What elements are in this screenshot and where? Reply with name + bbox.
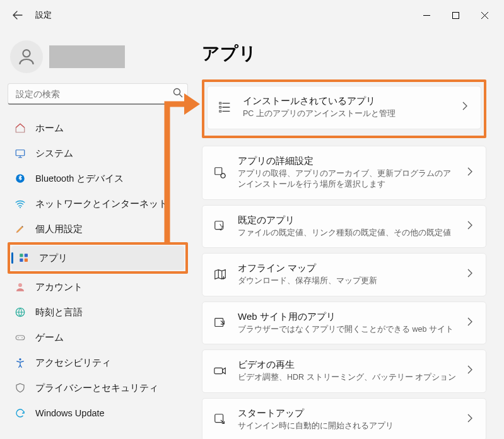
svg-point-15 [19, 358, 21, 360]
svg-rect-12 [16, 336, 25, 340]
sidebar-item-label: アカウント [35, 281, 83, 293]
card-title: Web サイト用のアプリ [238, 311, 457, 323]
svg-rect-18 [220, 110, 221, 112]
svg-point-2 [174, 89, 180, 95]
sidebar-item-windows-update[interactable]: Windows Update [8, 401, 188, 425]
apps-icon [18, 252, 30, 264]
svg-rect-8 [20, 259, 23, 262]
account-icon [14, 281, 26, 293]
sidebar-item-label: Bluetooth とデバイス [35, 173, 124, 185]
list-icon [218, 100, 233, 115]
page-title: アプリ [202, 42, 486, 66]
svg-rect-7 [25, 254, 28, 257]
close-icon [481, 12, 488, 19]
svg-point-13 [18, 337, 19, 339]
website-apps-icon [213, 315, 228, 331]
default-apps-icon [213, 219, 228, 234]
svg-point-20 [221, 173, 225, 177]
svg-rect-21 [215, 221, 223, 230]
sidebar-item-accounts[interactable]: アカウント [8, 275, 188, 299]
close-button[interactable] [470, 5, 499, 25]
card-desc: ビデオ調整、HDR ストリーミング、バッテリー オプション [238, 372, 457, 383]
sidebar-item-accessibility[interactable]: アクセシビリティ [8, 351, 188, 375]
card-video-playback[interactable]: ビデオの再生 ビデオ調整、HDR ストリーミング、バッテリー オプション [202, 349, 486, 393]
sidebar-item-apps[interactable]: アプリ [11, 246, 184, 270]
window-controls [412, 5, 499, 25]
card-advanced-app-settings[interactable]: アプリの詳細設定 アプリの取得、アプリのアーカイブ、更新プログラムのアンインスト… [202, 146, 486, 200]
card-startup[interactable]: スタートアップ サインイン時に自動的に開始されるアプリ [202, 398, 486, 440]
sidebar-item-personalization[interactable]: 個人用設定 [8, 217, 188, 241]
sidebar-item-privacy[interactable]: プライバシーとセキュリティ [8, 376, 188, 400]
bluetooth-icon [14, 172, 26, 185]
window-title: 設定 [35, 9, 52, 21]
shield-icon [14, 382, 26, 394]
card-offline-maps[interactable]: オフライン マップ ダウンロード、保存場所、マップ更新 [202, 253, 486, 296]
sidebar-item-bluetooth[interactable]: Bluetooth とデバイス [8, 167, 188, 190]
search-box[interactable] [8, 83, 188, 105]
update-icon [14, 407, 26, 419]
nav-list: ホーム システム Bluetooth とデバイス ネットワークとインターネット … [8, 116, 188, 425]
sidebar-item-label: 時刻と言語 [35, 307, 83, 319]
paint-icon [14, 223, 26, 235]
card-title: オフライン マップ [238, 262, 457, 274]
card-default-apps[interactable]: 既定のアプリ ファイルの既定値、リンク種類の既定値、その他の既定値 [202, 205, 486, 249]
sidebar-item-home[interactable]: ホーム [8, 116, 188, 140]
card-title: 既定のアプリ [238, 214, 457, 226]
startup-icon [213, 412, 228, 427]
sidebar: ホーム システム Bluetooth とデバイス ネットワークとインターネット … [0, 30, 196, 439]
settings-apps-icon [213, 165, 228, 180]
svg-rect-0 [452, 12, 459, 18]
sidebar-item-network[interactable]: ネットワークとインターネット [8, 192, 188, 216]
svg-rect-19 [215, 167, 222, 174]
gamepad-icon [14, 331, 26, 344]
maximize-icon [452, 12, 459, 19]
sidebar-item-system[interactable]: システム [8, 141, 188, 165]
sidebar-item-gaming[interactable]: ゲーム [8, 325, 188, 349]
card-desc: ブラウザーではなくアプリで開くことができる web サイト [238, 324, 457, 336]
home-icon [14, 122, 26, 134]
sidebar-item-label: プライバシーとセキュリティ [35, 382, 158, 394]
card-installed-apps[interactable]: インストールされているアプリ PC 上のアプリのアンインストールと管理 [207, 86, 481, 129]
card-desc: サインイン時に自動的に開始されるアプリ [238, 421, 457, 432]
globe-icon [14, 306, 26, 319]
arrow-left-icon [13, 10, 23, 20]
maximize-button[interactable] [441, 5, 470, 25]
card-title: スタートアップ [238, 407, 457, 419]
back-button[interactable] [5, 3, 30, 28]
minimize-button[interactable] [412, 5, 441, 25]
user-block[interactable] [8, 35, 188, 83]
sidebar-item-label: ホーム [35, 122, 64, 134]
accessibility-icon [14, 356, 26, 369]
avatar [10, 40, 43, 73]
card-desc: PC 上のアプリのアンインストールと管理 [243, 108, 452, 120]
card-desc: ダウンロード、保存場所、マップ更新 [238, 276, 457, 287]
svg-rect-17 [220, 107, 221, 108]
search-icon [173, 88, 183, 100]
card-title: ビデオの再生 [238, 359, 457, 371]
svg-rect-6 [20, 254, 23, 257]
sidebar-item-label: 個人用設定 [35, 223, 83, 235]
chevron-right-icon [462, 102, 471, 113]
svg-point-14 [21, 337, 23, 339]
video-icon [213, 363, 228, 378]
titlebar: 設定 [0, 0, 504, 30]
chevron-right-icon [467, 167, 476, 179]
highlight-installed-apps: インストールされているアプリ PC 上のアプリのアンインストールと管理 [202, 79, 486, 138]
svg-rect-9 [25, 259, 28, 262]
card-apps-for-websites[interactable]: Web サイト用のアプリ ブラウザーではなくアプリで開くことができる web サ… [202, 301, 486, 345]
main-content: アプリ インストールされているアプリ PC 上のアプリのアンインストールと管理 … [196, 30, 504, 439]
sidebar-item-label: アプリ [39, 252, 67, 264]
map-icon [213, 267, 228, 282]
wifi-icon [14, 197, 26, 210]
svg-rect-16 [220, 102, 221, 104]
svg-point-10 [18, 283, 22, 287]
chevron-right-icon [467, 317, 476, 329]
sidebar-item-time-language[interactable]: 時刻と言語 [8, 300, 188, 324]
person-icon [16, 47, 37, 67]
minimize-icon [423, 12, 430, 19]
search-input[interactable] [8, 83, 188, 105]
card-title: インストールされているアプリ [243, 95, 452, 107]
sidebar-item-label: ゲーム [35, 332, 64, 344]
sidebar-item-label: システム [35, 148, 73, 160]
card-desc: アプリの取得、アプリのアーカイブ、更新プログラムのアンインストールを行う場所を選… [238, 168, 457, 190]
